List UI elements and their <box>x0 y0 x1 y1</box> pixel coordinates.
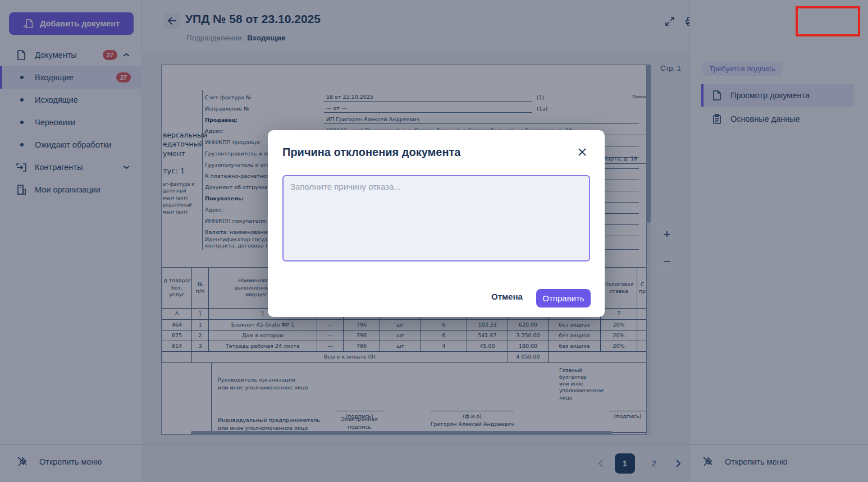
reject-reason-modal: Причина отклонения документа Отмена Отпр… <box>268 130 605 317</box>
close-icon[interactable] <box>574 144 591 160</box>
app: Добавить документ Документы 27 Входящие … <box>0 0 868 482</box>
modal-title: Причина отклонения документа <box>282 146 460 159</box>
reject-reason-input[interactable] <box>282 175 590 261</box>
cancel-button[interactable]: Отмена <box>491 292 523 301</box>
submit-button[interactable]: Отправить <box>536 289 591 307</box>
